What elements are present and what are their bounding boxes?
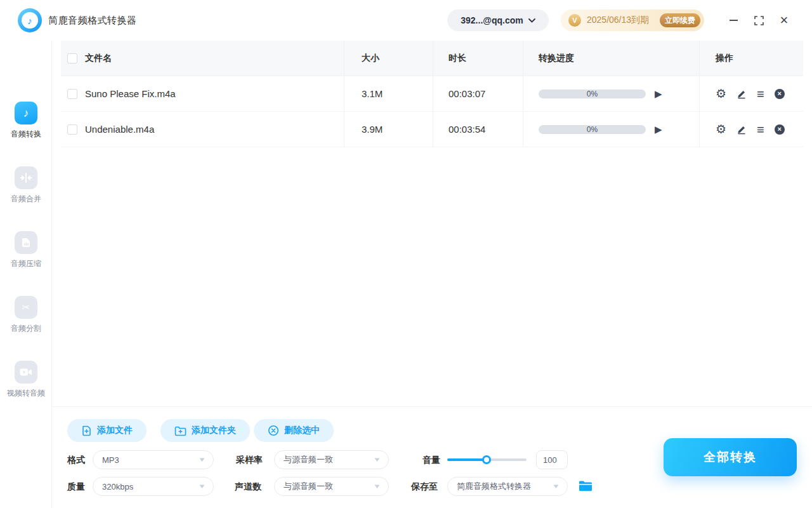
row-info-button[interactable]: ≡ (757, 88, 764, 100)
pencil-icon (737, 124, 747, 135)
col-progress: 转换进度 (539, 53, 574, 64)
quality-select[interactable]: 320kbps (93, 477, 214, 496)
dropdown-arrow-icon (374, 457, 381, 462)
file-size: 3.1M (362, 88, 383, 99)
table-row: Suno Please Fix.m4a 3.1M 00:03:07 0% ▶ ⚙… (61, 76, 803, 112)
sidebar-item-audio-merge[interactable]: 音频合并 (0, 166, 52, 204)
sidebar-item-video-to-audio[interactable]: 视频转音频 (0, 361, 52, 399)
sidebar: ♪ 音频转换 音频合并 音频压缩 ✂ 音频分割 视频转音频 (0, 41, 52, 508)
menu-icon: ≡ (757, 123, 764, 136)
row-settings-button[interactable]: ⚙ (716, 88, 726, 100)
account-dropdown[interactable]: 392...@qq.com (447, 10, 549, 31)
dropdown-arrow-icon (199, 484, 206, 489)
progress-bar: 0% (539, 90, 646, 98)
volume-input[interactable] (536, 450, 568, 469)
file-name: Suno Please Fix.m4a (85, 88, 176, 99)
minimize-icon (730, 20, 738, 21)
save-to-select[interactable]: 简鹿音频格式转换器 (447, 477, 568, 496)
row-delete-button[interactable]: × (775, 89, 785, 99)
add-folder-button[interactable]: 添加文件夹 (160, 419, 250, 442)
quality-label: 质量 (67, 481, 85, 493)
file-table: 文件名 大小 时长 转换进度 操作 Suno Please Fix.m4a 3.… (61, 41, 803, 147)
play-button[interactable]: ▶ (655, 124, 662, 134)
delete-selected-button[interactable]: 删除选中 (254, 419, 334, 442)
close-button[interactable]: × (776, 13, 792, 28)
col-filename: 文件名 (85, 53, 112, 64)
gear-icon: ⚙ (716, 88, 726, 100)
app-window: ♪ 简鹿音频格式转换器 392...@qq.com V 2025/06/13到期… (0, 0, 812, 508)
table-row: Undeniable.m4a 3.9M 00:03:54 0% ▶ ⚙ ≡ × (61, 112, 803, 147)
gear-icon: ⚙ (716, 123, 726, 135)
dropdown-arrow-icon (199, 457, 206, 462)
app-logo-icon: ♪ (18, 8, 42, 32)
sample-rate-select[interactable]: 与源音频一致 (274, 450, 389, 469)
convert-all-button[interactable]: 全部转换 (664, 438, 797, 476)
delete-circle-icon (268, 425, 279, 436)
col-actions: 操作 (716, 53, 733, 64)
menu-icon: ≡ (757, 88, 764, 100)
play-button[interactable]: ▶ (655, 89, 662, 98)
row-settings-button[interactable]: ⚙ (716, 123, 726, 135)
pencil-icon (737, 89, 747, 99)
close-icon: × (780, 14, 789, 27)
volume-label: 音量 (422, 455, 440, 466)
compress-file-icon (15, 231, 37, 254)
row-checkbox[interactable] (67, 124, 77, 135)
row-delete-button[interactable]: × (775, 124, 785, 135)
col-size: 大小 (362, 53, 379, 64)
vip-icon: V (568, 14, 581, 27)
volume-slider[interactable] (447, 450, 527, 469)
app-title: 简鹿音频格式转换器 (48, 15, 137, 27)
close-circle-icon: × (775, 89, 785, 99)
sample-rate-label: 采样率 (236, 455, 263, 466)
maximize-button[interactable] (751, 13, 766, 28)
row-rename-button[interactable] (737, 124, 747, 135)
file-name: Undeniable.m4a (85, 124, 154, 135)
dropdown-arrow-icon (374, 484, 381, 489)
col-duration: 时长 (449, 53, 466, 64)
file-duration: 00:03:07 (449, 88, 485, 99)
maximize-icon (754, 16, 764, 25)
vip-status-bar: V 2025/06/13到期 立即续费 (561, 10, 704, 31)
row-rename-button[interactable] (737, 89, 747, 99)
row-checkbox[interactable] (67, 89, 77, 99)
music-note-icon: ♪ (15, 102, 37, 124)
format-select[interactable]: MP3 (93, 450, 214, 469)
renew-button[interactable]: 立即续费 (660, 13, 700, 27)
add-file-button[interactable]: 添加文件 (67, 419, 147, 442)
titlebar: ♪ 简鹿音频格式转换器 392...@qq.com V 2025/06/13到期… (0, 0, 812, 41)
sidebar-item-audio-compress[interactable]: 音频压缩 (0, 231, 52, 269)
panel-divider (52, 406, 812, 407)
folder-plus-icon (174, 425, 187, 436)
sidebar-item-audio-convert[interactable]: ♪ 音频转换 (0, 102, 52, 140)
folder-icon (579, 480, 593, 492)
select-all-checkbox[interactable] (67, 53, 77, 64)
channels-select[interactable]: 与源音频一致 (274, 477, 389, 496)
volume-slider-thumb[interactable] (482, 455, 491, 464)
vip-expiry-text: 2025/06/13到期 (587, 15, 649, 26)
scissors-icon: ✂ (15, 296, 37, 319)
file-duration: 00:03:54 (449, 124, 485, 135)
progress-bar: 0% (539, 125, 646, 134)
account-email: 392...@qq.com (461, 15, 523, 25)
save-to-label: 保存至 (411, 481, 438, 493)
chevron-down-icon (528, 18, 535, 23)
browse-folder-button[interactable] (579, 480, 593, 495)
channels-label: 声道数 (235, 481, 261, 493)
close-circle-icon: × (775, 124, 785, 135)
dropdown-arrow-icon (553, 484, 560, 489)
format-label: 格式 (67, 455, 85, 466)
sidebar-item-audio-split[interactable]: ✂ 音频分割 (0, 296, 52, 334)
merge-icon (15, 166, 37, 189)
minimize-button[interactable] (726, 13, 741, 28)
video-camera-icon (15, 361, 37, 384)
row-info-button[interactable]: ≡ (757, 123, 764, 136)
file-plus-icon (81, 425, 92, 436)
table-header-row: 文件名 大小 时长 转换进度 操作 (61, 41, 803, 76)
file-size: 3.9M (362, 124, 383, 135)
